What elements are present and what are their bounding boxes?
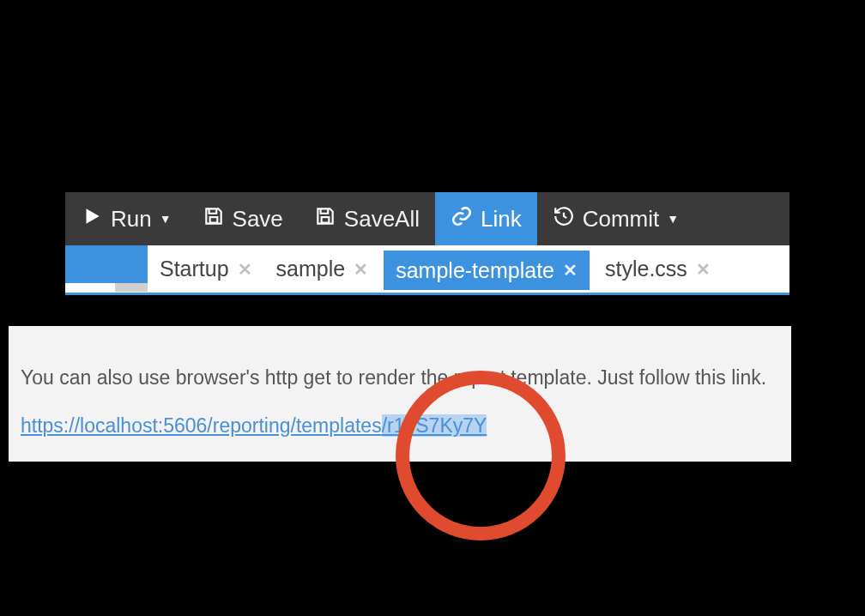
floppy-icon bbox=[203, 205, 225, 233]
tab-sample[interactable]: sample ✕ bbox=[264, 245, 381, 293]
close-icon[interactable]: ✕ bbox=[238, 259, 252, 280]
history-icon bbox=[553, 205, 575, 233]
save-button[interactable]: Save bbox=[187, 192, 299, 245]
editor-frame: Run ▼ Save SaveAll Link Commit ▼ bbox=[65, 192, 789, 295]
close-icon[interactable]: ✕ bbox=[563, 260, 578, 281]
caret-down-icon: ▼ bbox=[667, 212, 679, 226]
close-icon[interactable]: ✕ bbox=[354, 259, 368, 280]
run-button[interactable]: Run ▼ bbox=[65, 192, 187, 245]
commit-button[interactable]: Commit ▼ bbox=[537, 192, 694, 245]
saveall-button[interactable]: SaveAll bbox=[299, 192, 435, 245]
link-label: Link bbox=[481, 206, 522, 233]
link-info-panel: You can also use browser's http get to r… bbox=[9, 326, 791, 462]
tab-label: sample bbox=[276, 257, 346, 281]
close-icon[interactable]: ✕ bbox=[696, 259, 711, 280]
play-icon bbox=[81, 205, 103, 233]
svg-rect-1 bbox=[321, 217, 329, 223]
tab-bar: Startup ✕ sample ✕ sample-template ✕ sty… bbox=[65, 245, 789, 295]
saveall-label: SaveAll bbox=[344, 206, 420, 233]
tab-label: sample-template bbox=[396, 258, 554, 283]
template-link[interactable]: https://localhost:5606/reporting/templat… bbox=[21, 414, 487, 438]
toolbar: Run ▼ Save SaveAll Link Commit ▼ bbox=[65, 192, 789, 245]
tab-label: style.css bbox=[605, 257, 687, 281]
save-label: Save bbox=[233, 206, 283, 233]
link-url-prefix: https://localhost:5606/reporting/templat… bbox=[21, 414, 382, 437]
caret-down-icon: ▼ bbox=[160, 212, 172, 226]
tab-gutter bbox=[65, 245, 148, 293]
tab-startup[interactable]: Startup ✕ bbox=[148, 245, 264, 293]
tab-label: Startup bbox=[160, 257, 229, 281]
link-url-highlighted: /r10S7Ky7Y bbox=[382, 414, 487, 437]
tab-sample-template[interactable]: sample-template ✕ bbox=[384, 251, 590, 290]
run-label: Run bbox=[111, 206, 152, 233]
tab-style-css[interactable]: style.css ✕ bbox=[593, 245, 723, 293]
svg-rect-0 bbox=[209, 217, 217, 223]
info-text: You can also use browser's http get to r… bbox=[21, 364, 779, 392]
link-button[interactable]: Link bbox=[435, 192, 537, 245]
link-icon bbox=[451, 205, 473, 233]
floppy-icon bbox=[314, 205, 336, 233]
commit-label: Commit bbox=[583, 206, 660, 233]
